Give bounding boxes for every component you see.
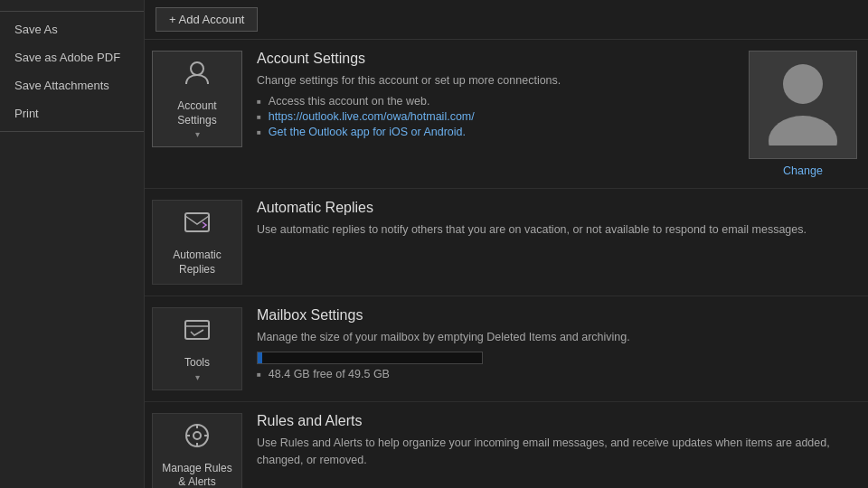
avatar-area: Change	[749, 51, 857, 177]
sidebar-item-save-as-pdf[interactable]: Save as Adobe PDF	[0, 43, 144, 71]
svg-rect-3	[185, 213, 209, 231]
avatar-silhouette	[762, 55, 844, 155]
svg-point-6	[193, 432, 201, 439]
tools-tile[interactable]: Tools ▾	[152, 307, 242, 390]
tools-icon	[183, 315, 212, 351]
mailbox-progress-container	[257, 352, 483, 364]
add-account-button[interactable]: + Add Account	[156, 7, 258, 32]
account-settings-desc: Change settings for this account or set …	[257, 72, 738, 89]
rules-and-alerts-desc: Use Rules and Alerts to help organize yo…	[257, 435, 857, 469]
automatic-replies-label: AutomaticReplies	[173, 249, 221, 277]
tools-chevron: ▾	[195, 372, 200, 382]
automatic-replies-desc: Use automatic replies to notify others t…	[257, 221, 857, 239]
sidebar-divider-top	[0, 11, 144, 12]
account-settings-chevron: ▾	[195, 129, 200, 139]
top-bar: + Add Account	[145, 0, 868, 40]
account-settings-tile[interactable]: AccountSettings ▾	[152, 51, 242, 147]
avatar-change-link[interactable]: Change	[783, 164, 823, 177]
mailbox-settings-desc: Manage the size of your mailbox by empty…	[257, 329, 857, 346]
svg-rect-4	[185, 321, 209, 339]
rules-and-alerts-title: Rules and Alerts	[257, 413, 857, 429]
rules-and-alerts-content: Rules and Alerts Use Rules and Alerts to…	[257, 413, 857, 474]
sidebar-item-save-attachments[interactable]: Save Attachments	[0, 71, 144, 99]
automatic-replies-content: Automatic Replies Use automatic replies …	[257, 200, 857, 244]
main-content: + Add Account AccountSettings ▾ Account …	[145, 0, 868, 488]
manage-rules-tile[interactable]: Manage Rules& Alerts	[152, 413, 242, 488]
avatar-box	[749, 51, 857, 159]
rules-and-alerts-row: Manage Rules& Alerts Rules and Alerts Us…	[145, 402, 868, 488]
mailbox-storage-text: 48.4 GB free of 49.5 GB	[269, 368, 390, 380]
settings-list: AccountSettings ▾ Account Settings Chang…	[145, 40, 868, 488]
outlook-app-link[interactable]: Get the Outlook app for iOS or Android.	[269, 126, 466, 138]
mailbox-settings-title: Mailbox Settings	[257, 307, 857, 324]
manage-rules-icon	[183, 421, 212, 456]
account-settings-row: AccountSettings ▾ Account Settings Chang…	[145, 40, 868, 189]
automatic-replies-title: Automatic Replies	[257, 200, 857, 216]
add-account-label: + Add Account	[169, 13, 244, 26]
mailbox-settings-content: Mailbox Settings Manage the size of your…	[257, 307, 857, 383]
automatic-replies-row: AutomaticReplies Automatic Replies Use a…	[145, 189, 868, 296]
automatic-replies-icon	[183, 208, 212, 243]
mailbox-progress-fill	[258, 352, 262, 363]
svg-point-1	[783, 64, 823, 104]
account-bullet-1-text: Access this account on the web.	[269, 95, 430, 108]
account-icon	[183, 59, 212, 94]
mailbox-storage-info: 48.4 GB free of 49.5 GB	[257, 368, 857, 380]
sidebar-divider-bottom	[0, 131, 144, 132]
account-settings-label: AccountSettings	[177, 99, 216, 127]
outlook-web-link[interactable]: https://outlook.live.com/owa/hotmail.com…	[269, 110, 475, 123]
tools-label: Tools	[184, 356, 210, 371]
account-bullet-3: Get the Outlook app for iOS or Android.	[257, 126, 738, 138]
sidebar-item-save-as[interactable]: Save As	[0, 15, 144, 43]
manage-rules-label: Manage Rules& Alerts	[162, 462, 231, 488]
account-settings-title: Account Settings	[257, 51, 738, 67]
sidebar-item-print[interactable]: Print	[0, 99, 144, 127]
sidebar: Save As Save as Adobe PDF Save Attachmen…	[0, 0, 145, 488]
mailbox-settings-row: Tools ▾ Mailbox Settings Manage the size…	[145, 296, 868, 402]
account-bullet-2: https://outlook.live.com/owa/hotmail.com…	[257, 110, 738, 123]
account-settings-content: Account Settings Change settings for thi…	[257, 51, 738, 141]
svg-point-0	[191, 62, 203, 75]
account-bullet-1: Access this account on the web.	[257, 95, 738, 108]
svg-point-2	[769, 116, 837, 145]
automatic-replies-tile[interactable]: AutomaticReplies	[152, 200, 242, 285]
